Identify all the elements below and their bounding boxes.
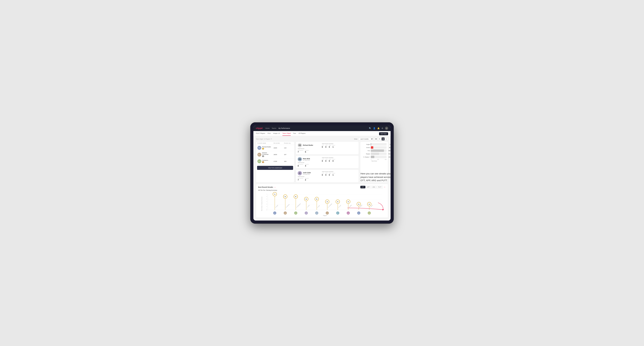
- streaks-tabs: OTT APP ARG PUTT ←: [360, 186, 386, 188]
- show-label: Show: [354, 138, 357, 140]
- bar-label-dbogeys: D. Bogeys +: [362, 156, 370, 158]
- card-date-josh: 26 Aug 2023: [303, 173, 311, 175]
- player-info-3: CA Cameron... ★ 3: [258, 159, 274, 163]
- svg-text:4: 4: [266, 201, 267, 202]
- total-rounds-label-rb: Total Rounds: [298, 148, 320, 149]
- svg-text:5x: 5x: [316, 198, 318, 200]
- period-select[interactable]: Last 3 months Last 6 months Last 12 mont…: [358, 138, 374, 141]
- person-icon[interactable]: 👤: [373, 127, 376, 130]
- chart-x-title: Total Shots: [362, 161, 386, 162]
- ott-val-rb: 0: [322, 146, 324, 148]
- streaks-title: Best Round Streaks: [258, 186, 273, 188]
- rounds-sub-rb: Tournament 7 Practice 6: [298, 150, 320, 153]
- player-list: PLAYER NAME PB SCORE PB AVG SQ RB Richar…: [256, 142, 294, 182]
- app-val-rb: 0: [325, 146, 328, 148]
- nav-home[interactable]: Home: [265, 127, 270, 129]
- svg-text:4x: 4x: [348, 201, 349, 202]
- tab-ott[interactable]: OTT: [360, 186, 366, 188]
- nav-right: 🔍 👤 🔔 ⚙ U: [369, 127, 388, 130]
- bar-label-pars: Pars: [362, 150, 370, 151]
- settings-icon[interactable]: ⚙: [382, 127, 383, 130]
- player-row[interactable]: CA Cameron... ★ 3 17/20 103: [256, 158, 294, 165]
- grid-view-icon[interactable]: ⊞: [374, 137, 378, 141]
- list-view-icon[interactable]: ≡: [378, 137, 381, 141]
- player-card-rees[interactable]: RB Rees Britt 02 Sep 2023 Total Rounds: [296, 156, 359, 169]
- player-row[interactable]: EC Edward Crossman ♦ 2 18/20: [256, 151, 294, 158]
- streak-chart-svg: Best Streak, Fairway Accuracy 7 6 5 4 3 …: [258, 192, 386, 215]
- player-pb-avg-1: 110: [284, 147, 293, 149]
- card-date-rees: 02 Sep 2023: [303, 160, 310, 161]
- rees-arg: 0: [329, 160, 331, 162]
- svg-text:RB: RB: [316, 213, 318, 214]
- svg-text:7x: 7x: [274, 194, 276, 195]
- arrow-left-icon: ←: [274, 186, 276, 188]
- edit-icon[interactable]: ✏: [271, 138, 272, 140]
- tab-app[interactable]: APP: [366, 186, 371, 188]
- view-leaderboard-button[interactable]: View Full Leaderboard: [257, 166, 293, 170]
- subnav-team-clippd[interactable]: Team Clippd: [282, 131, 291, 136]
- badge-bronze-icon: ★: [262, 161, 264, 163]
- bell-icon[interactable]: 🔔: [377, 127, 380, 130]
- svg-text:MM: MM: [348, 213, 349, 214]
- svg-text:D. Billingham: D. Billingham: [296, 203, 301, 208]
- bar-fill-birdies: [371, 146, 373, 149]
- subnav-pga[interactable]: PGA: [268, 131, 271, 136]
- bar-label-bogeys: Bogeys: [362, 153, 370, 155]
- sub-nav: PGAT Players PGA Hcaps 1-5 Team Clippd T…: [254, 131, 390, 136]
- nav-teams[interactable]: Teams: [272, 127, 276, 129]
- player-card-richard[interactable]: RB Richard Butler Total Rounds: [296, 142, 359, 155]
- col-player-name: PLAYER NAME: [258, 143, 274, 144]
- putt-val-rb: 1: [332, 146, 335, 148]
- bar-label-birdies: Birdies: [362, 147, 370, 148]
- player-badge-1: ♥ 1: [262, 148, 271, 150]
- team-title: Team Clippd 14 Players: [256, 138, 270, 140]
- tab-putt[interactable]: PUTT: [377, 186, 383, 188]
- subnav-tour[interactable]: Tour: [293, 131, 296, 136]
- streaks-section: Best Round Streaks ← OTT APP ARG PUTT ← …: [256, 184, 388, 218]
- bar-label-eagles: Eagles: [362, 144, 370, 145]
- view-icons: ⊞ ≡ ▦ ↕: [374, 137, 388, 141]
- card-player-info-rees: RB Rees Britt 02 Sep 2023: [298, 157, 320, 161]
- table-view-icon[interactable]: ↕: [385, 137, 388, 141]
- card-view-icon[interactable]: ▦: [382, 137, 385, 141]
- streaks-subtitle: Off The Tee, Fairway Accuracy: [258, 189, 386, 191]
- annotation-container: Here you can see streaks your players ha…: [360, 172, 396, 182]
- col-pb-score: PB SCORE: [274, 143, 284, 144]
- josh-app: 0: [325, 174, 328, 176]
- add-team-button[interactable]: Add Team: [379, 132, 388, 135]
- svg-text:Best Streak, Fairway Accuracy: Best Streak, Fairway Accuracy: [261, 197, 262, 211]
- svg-text:0: 0: [266, 209, 267, 211]
- bar-val-dbogeys: 131: [388, 156, 390, 158]
- rees-app: 0: [325, 160, 328, 162]
- svg-text:4x: 4x: [337, 201, 338, 202]
- subnav-pgat[interactable]: PGAT Players: [256, 131, 265, 136]
- svg-text:BM: BM: [284, 213, 286, 214]
- svg-text:5x: 5x: [306, 198, 307, 200]
- rees-tournament-val: 8: [298, 165, 303, 167]
- player-avatar-2: EC: [258, 153, 261, 157]
- player-pb-score-1: 19/20: [274, 147, 284, 149]
- svg-text:J. Coles: J. Coles: [306, 205, 310, 208]
- user-avatar[interactable]: U: [385, 127, 388, 130]
- practice-val-rb: 6: [305, 151, 309, 153]
- player-row[interactable]: RB Richard Butler ♥ 1 19/20: [256, 145, 294, 151]
- bar-track-dbogeys: 131: [371, 156, 386, 158]
- subnav-hcaps[interactable]: Hcaps 1-5: [273, 131, 280, 136]
- svg-text:RB: RB: [358, 213, 360, 214]
- practice-cols-rb: OTT 0 APP 0 ARG: [322, 145, 357, 148]
- badge-num-2: 2: [264, 156, 265, 157]
- bar-val-birdies: 96: [389, 147, 390, 148]
- subnav-all-players[interactable]: All Players: [298, 131, 306, 136]
- player-card-josh[interactable]: JC Josh Coles 26 Aug 2023 Total Rounds: [296, 170, 359, 182]
- x-label-400: 400: [385, 159, 386, 160]
- svg-text:CQ: CQ: [368, 213, 370, 214]
- svg-text:7: 7: [266, 194, 267, 195]
- bar-row-dbogeys: D. Bogeys + 131: [362, 156, 386, 158]
- nav-items: Home Teams My Performance: [265, 127, 290, 129]
- nav-my-performance[interactable]: My Performance: [278, 127, 290, 129]
- search-icon[interactable]: 🔍: [369, 127, 371, 130]
- streaks-header: Best Round Streaks ← OTT APP ARG PUTT ←: [258, 186, 386, 188]
- bar-row-pars: Pars 499: [362, 149, 386, 152]
- tab-arg[interactable]: ARG: [371, 186, 376, 188]
- badge-gold-icon: ♥: [262, 148, 264, 150]
